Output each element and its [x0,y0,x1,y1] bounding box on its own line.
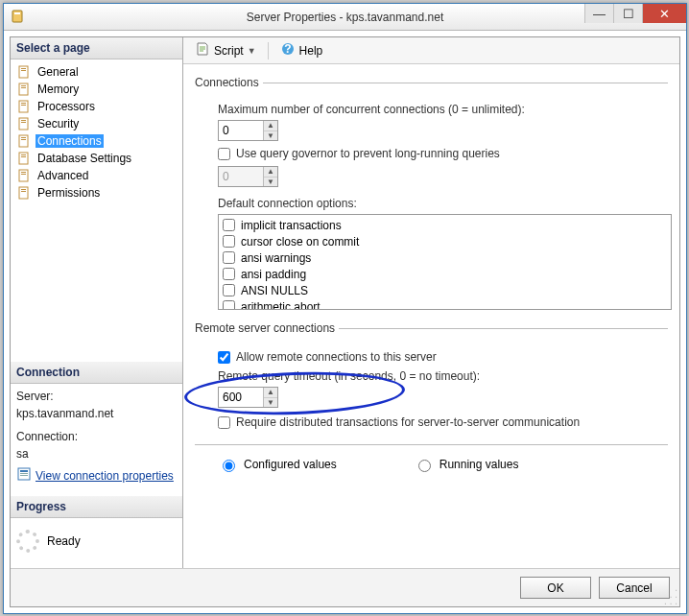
down-arrow-icon: ▼ [264,398,277,408]
select-page-header: Select a page [11,37,182,59]
max-conn-label: Maximum number of concurrent connections… [218,103,525,116]
spinner-arrows[interactable]: ▲▼ [263,388,277,407]
configured-values-radio[interactable]: Configured values [218,457,337,472]
progress-spinner-icon [16,530,39,553]
page-icon [16,64,32,80]
connection-info: Server: kps.tavanmand.net Connection: sa… [11,384,182,496]
option-label: implicit transactions [241,219,342,232]
properties-icon [16,466,32,485]
app-icon [10,9,25,24]
option-cursor-close-on-commit[interactable]: cursor close on commit [221,233,669,249]
resize-grip-icon[interactable]: .. .. . . [664,584,677,604]
nav-label: Advanced [36,169,90,182]
maximize-button[interactable]: ☐ [613,4,642,23]
connections-legend: Connections [195,76,263,89]
option-ansi-warnings[interactable]: ansi warnings [221,249,669,266]
option-checkbox[interactable] [223,251,235,264]
left-column: Select a page GeneralMemoryProcessorsSec… [11,37,183,568]
svg-rect-4 [21,70,26,71]
option-label: ansi warnings [241,251,311,265]
nav-item-permissions[interactable]: Permissions [11,184,182,201]
remote-timeout-input[interactable] [219,388,263,407]
option-checkbox[interactable] [223,300,235,310]
max-conn-input[interactable] [219,121,263,140]
close-button[interactable]: ✕ [642,4,686,23]
svg-rect-19 [21,156,26,157]
nav-item-processors[interactable]: Processors [11,98,182,115]
option-checkbox[interactable] [223,284,235,296]
cancel-button[interactable]: Cancel [599,577,670,599]
progress-body: Ready [11,518,182,568]
option-checkbox[interactable] [223,219,235,231]
values-radio-group: Configured values Running values [218,457,668,472]
window-buttons: — ☐ ✕ [584,4,686,23]
option-checkbox[interactable] [223,268,235,280]
down-arrow-icon: ▼ [264,178,277,187]
nav-label: Security [36,117,81,130]
remote-group: Remote server connections Allow remote c… [195,321,668,435]
require-dist-label: Require distributed transactions for ser… [236,415,580,429]
option-label: ANSI NULLS [241,284,308,297]
title-bar[interactable]: Server Properties - kps.tavanmand.net — … [4,4,686,31]
remote-timeout-spinner[interactable]: ▲▼ [218,387,278,408]
nav-item-memory[interactable]: Memory [11,81,182,98]
nav-item-database-settings[interactable]: Database Settings [11,150,182,167]
minimize-button[interactable]: — [584,4,613,23]
nav-item-connections[interactable]: Connections [11,132,182,150]
main-area: Select a page GeneralMemoryProcessorsSec… [11,37,679,568]
option-checkbox[interactable] [223,235,235,248]
view-connection-link[interactable]: View connection properties [36,469,174,483]
nav-label: Processors [36,100,97,113]
allow-remote-checkbox[interactable] [218,351,230,364]
svg-rect-28 [20,473,28,474]
svg-rect-17 [19,153,28,164]
connection-label: Connection: [11,428,182,445]
allow-remote-label: Allow remote connections to this server [236,350,437,364]
running-values-radio[interactable]: Running values [414,457,519,472]
nav-item-general[interactable]: General [11,63,182,81]
dialog-buttons: OK Cancel [11,568,679,606]
default-options-list[interactable]: implicit transactionscursor close on com… [218,214,672,310]
up-arrow-icon: ▲ [264,388,277,398]
page-nav: GeneralMemoryProcessorsSecurityConnectio… [11,59,182,362]
default-options-label: Default connection options: [218,197,357,210]
svg-rect-18 [21,154,26,155]
view-connection-properties[interactable]: View connection properties [11,462,182,488]
governor-spinner: ▲▼ [218,166,278,187]
dialog-window: Server Properties - kps.tavanmand.net — … [3,3,687,614]
connections-group: Connections Maximum number of concurrent… [195,76,668,312]
toolbar: Script ▼ ? Help [183,37,679,64]
help-button[interactable]: ? Help [276,39,327,61]
option-ansi-nulls[interactable]: ANSI NULLS [221,282,669,298]
require-dist-checkbox[interactable] [218,416,230,429]
nav-item-advanced[interactable]: Advanced [11,167,182,184]
nav-label: General [36,65,81,79]
ok-button[interactable]: OK [520,577,591,599]
nav-label: Connections [36,134,104,148]
svg-rect-16 [21,139,26,140]
server-label: Server: [11,388,182,405]
svg-rect-10 [21,105,26,106]
svg-rect-11 [19,118,28,130]
client-area: Select a page GeneralMemoryProcessorsSec… [10,36,680,607]
spinner-arrows[interactable]: ▲▼ [263,121,277,140]
remote-legend: Remote server connections [195,321,339,335]
nav-item-security[interactable]: Security [11,115,182,132]
option-label: cursor close on commit [241,235,359,249]
governor-input [219,167,263,186]
script-button[interactable]: Script ▼ [191,39,260,61]
svg-rect-25 [21,191,26,192]
dropdown-icon[interactable]: ▼ [248,46,256,56]
connection-header: Connection [11,362,182,384]
use-governor-checkbox[interactable] [218,148,230,160]
svg-rect-9 [21,103,26,104]
option-ansi-padding[interactable]: ansi padding [221,266,669,282]
svg-rect-6 [21,85,26,86]
svg-rect-5 [19,83,28,95]
server-value: kps.tavanmand.net [11,405,182,422]
max-conn-spinner[interactable]: ▲▼ [218,120,278,141]
page-icon [16,168,32,183]
option-implicit-transactions[interactable]: implicit transactions [221,217,669,233]
option-arithmetic-abort[interactable]: arithmetic abort [221,298,669,310]
svg-rect-21 [21,172,26,173]
